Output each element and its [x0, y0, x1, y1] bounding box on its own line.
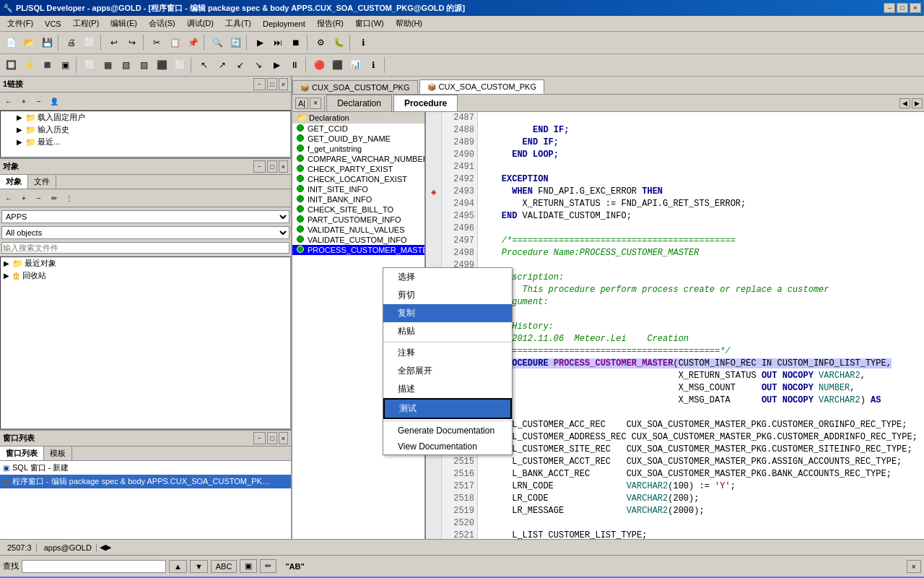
ctx-paste[interactable]: 粘贴 — [383, 322, 512, 340]
search-next-btn[interactable]: ▼ — [190, 560, 208, 573]
proc-declaration-folder[interactable]: 📁 Declaration — [292, 112, 424, 124]
obj-tb-back[interactable]: ← — [2, 191, 15, 204]
connection-min[interactable]: － — [253, 78, 266, 90]
conn-tb3[interactable]: − — [32, 95, 45, 108]
print-btn[interactable]: 🖨 — [64, 35, 79, 51]
tb2-btn15[interactable]: ▶ — [269, 57, 284, 73]
tab-files[interactable]: 文件 — [28, 175, 56, 189]
proc-item-2[interactable]: f_get_unitstring — [292, 144, 424, 154]
tb2-btn3[interactable]: 🔳 — [39, 57, 55, 73]
obj-tb-rename[interactable]: ✏ — [48, 191, 61, 204]
tb2-btn9[interactable]: ⬛ — [154, 57, 170, 73]
menu-help[interactable]: 帮助(H) — [390, 17, 428, 30]
code-text[interactable]: END IF; END IF; END LOOP; EXCEPTION WHEN… — [478, 112, 924, 539]
replace-btn[interactable]: 🔄 — [227, 35, 243, 51]
tb2-btn1[interactable]: 🔲 — [3, 57, 19, 73]
tb2-btn16[interactable]: ⏸ — [287, 57, 302, 73]
minimize-button[interactable]: － — [884, 3, 895, 13]
menu-vcs[interactable]: VCS — [39, 18, 67, 30]
proc-item-7[interactable]: INIT_BANK_INFO — [292, 194, 424, 204]
tb2-btn11[interactable]: ↖ — [196, 57, 212, 73]
print-prev-btn[interactable]: ⬜ — [82, 35, 97, 51]
trash-item[interactable]: ▶ 🗑 回收站 — [1, 269, 290, 282]
tb2-btn20[interactable]: ℹ — [365, 57, 381, 73]
tree-item-load-users[interactable]: ▶ 📁 载入固定用户 — [1, 111, 290, 124]
win-close[interactable]: × — [279, 432, 288, 444]
window-list-item-pkg[interactable]: ▤ 程序窗口 - 编辑 package spec & body APPS.CUX… — [0, 475, 291, 488]
obj-close[interactable]: × — [279, 160, 288, 173]
ctx-select[interactable]: 选择 — [383, 268, 512, 286]
tb2-btn12[interactable]: ↗ — [214, 57, 230, 73]
ctx-describe[interactable]: 描述 — [383, 380, 512, 398]
debug-btn[interactable]: 🐛 — [331, 35, 346, 51]
menu-debug[interactable]: 调试(D) — [181, 17, 219, 30]
ctx-expand-all[interactable]: 全部展开 — [383, 362, 512, 380]
tb2-btn6[interactable]: ▦ — [100, 57, 116, 73]
save-btn[interactable]: 💾 — [39, 35, 55, 51]
menu-tools[interactable]: 工具(T) — [219, 17, 257, 30]
schema-dropdown[interactable]: APPS — [1, 210, 289, 223]
win-max[interactable]: □ — [267, 432, 276, 444]
proc-item-10[interactable]: VALIDATE_NULL_VALUES — [292, 225, 424, 235]
proc-list-close[interactable]: × — [310, 98, 321, 109]
code-nav-left[interactable]: ◀ — [899, 98, 910, 108]
tb2-btn13[interactable]: ↙ — [232, 57, 248, 73]
obj-tb-remove[interactable]: − — [32, 191, 45, 204]
expand-load-users[interactable]: ▶ — [15, 113, 24, 121]
open-btn[interactable]: 📂 — [21, 35, 37, 51]
recent-objects-item[interactable]: ▶ 📁 最近对象 — [1, 257, 290, 269]
tab-template[interactable]: 模板 — [44, 447, 72, 460]
menu-session[interactable]: 会话(S) — [143, 17, 181, 30]
proc-item-8[interactable]: CHECK_SITE_BILL_TO — [292, 204, 424, 215]
run-btn[interactable]: ▶ — [252, 35, 268, 51]
paste-btn[interactable]: 📌 — [185, 35, 201, 51]
obj-tb-add[interactable]: + — [17, 191, 30, 204]
menu-file[interactable]: 文件(F) — [1, 17, 39, 30]
tb2-btn14[interactable]: ↘ — [250, 57, 266, 73]
conn-tb2[interactable]: + — [17, 95, 30, 108]
expand-trash[interactable]: ▶ — [2, 272, 11, 280]
proc-list-search[interactable]: A| — [295, 98, 308, 109]
conn-tb1[interactable]: ← — [2, 95, 15, 108]
connection-close[interactable]: × — [279, 78, 288, 90]
proc-item-3[interactable]: COMPARE_VARCHAR_NUMBER — [292, 154, 424, 164]
proc-item-11[interactable]: VALIDATE_CUSTOM_INFO — [292, 235, 424, 245]
editor-tab-1[interactable]: 📦 CUX_SOA_CUSTOM_PKG — [292, 80, 418, 94]
ctx-comment[interactable]: 注释 — [383, 344, 512, 362]
tb2-btn5[interactable]: ⬜ — [82, 57, 97, 73]
editor-tab-2[interactable]: 📦 CUX_SOA_CUSTOM_PKG — [419, 79, 545, 94]
menu-reports[interactable]: 报告(R) — [311, 17, 349, 30]
close-button[interactable]: × — [910, 3, 921, 13]
stop-btn[interactable]: ⏹ — [288, 35, 304, 51]
proc-item-1[interactable]: GET_OUID_BY_NAME — [292, 134, 424, 144]
code-tab-declaration[interactable]: Declaration — [326, 95, 392, 111]
tb2-btn2[interactable]: ⚡ — [21, 57, 37, 73]
info-btn[interactable]: ℹ — [355, 35, 371, 51]
tree-item-history[interactable]: ▶ 📁 输入历史 — [1, 124, 290, 136]
window-list-item-sql[interactable]: ▣ SQL 窗口 - 新建 — [0, 461, 291, 475]
connection-max[interactable]: □ — [267, 78, 276, 90]
tb2-btn4[interactable]: ▣ — [57, 57, 73, 73]
expand-recent-objects[interactable]: ▶ — [2, 259, 11, 267]
expand-history[interactable]: ▶ — [15, 126, 24, 134]
search-close-btn[interactable]: × — [907, 560, 921, 573]
obj-tb-more[interactable]: ⋮ — [63, 191, 76, 204]
search-case-btn[interactable]: ABC — [211, 560, 237, 573]
tb2-btn19[interactable]: 📊 — [347, 57, 363, 73]
tb2-btn17[interactable]: 🔴 — [311, 57, 327, 73]
tree-item-recent[interactable]: ▶ 📁 最近... — [1, 136, 290, 148]
redo-btn[interactable]: ↪ — [124, 35, 140, 51]
code-nav-right[interactable]: ▶ — [912, 98, 923, 108]
conn-tb4[interactable]: 👤 — [48, 95, 61, 108]
proc-item-6[interactable]: INIT_SITE_INFO — [292, 184, 424, 194]
menu-edit[interactable]: 编辑(E) — [105, 17, 143, 30]
ctx-test[interactable]: 测试 — [383, 398, 512, 419]
tab-objects[interactable]: 对象 — [0, 175, 28, 189]
compile-btn[interactable]: ⚙ — [313, 35, 328, 51]
obj-max[interactable]: □ — [267, 160, 276, 173]
run-step-btn[interactable]: ⏭ — [270, 35, 286, 51]
search-word-btn[interactable]: ▣ — [240, 559, 257, 573]
cut-btn[interactable]: ✂ — [149, 35, 165, 51]
undo-btn[interactable]: ↩ — [106, 35, 122, 51]
proc-item-5[interactable]: CHECK_LOCATION_EXIST — [292, 174, 424, 184]
